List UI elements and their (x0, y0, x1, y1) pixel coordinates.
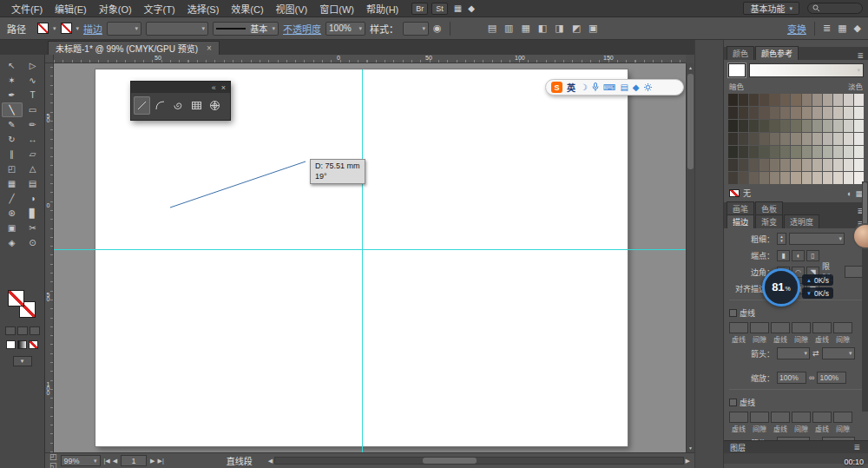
control-icon-a2[interactable]: ▦ (521, 23, 529, 34)
color-guide-swatch[interactable] (739, 146, 748, 158)
gradient-chip[interactable] (17, 340, 27, 349)
arrowhead-end-dropdown[interactable]: ▾ (822, 437, 855, 440)
workspace-switcher[interactable]: 基本功能 ▾ (743, 2, 799, 15)
color-guide-swatch[interactable] (791, 146, 800, 158)
draw-normal-button[interactable] (5, 326, 16, 335)
draw-behind-button[interactable] (17, 326, 28, 335)
color-guide-swatch[interactable] (854, 94, 864, 106)
color-guide-swatch[interactable] (728, 133, 738, 145)
miter-limit-field[interactable] (845, 266, 863, 278)
horizontal-scroll-thumb[interactable] (423, 458, 477, 464)
color-guide-swatch[interactable] (791, 120, 800, 132)
color-guide-swatch[interactable] (844, 172, 853, 184)
color-guide-swatch[interactable] (739, 107, 748, 119)
color-guide-swatch[interactable] (802, 94, 812, 106)
color-guide-swatch[interactable] (823, 94, 832, 106)
tool-magic-wand[interactable]: ✶ (2, 73, 23, 88)
ruler-origin-corner[interactable] (45, 55, 54, 63)
color-guide-swatch[interactable] (854, 159, 864, 171)
color-guide-swatch[interactable] (802, 107, 812, 119)
color-guide-swatch[interactable] (844, 107, 853, 119)
dash-input-1[interactable] (750, 412, 769, 423)
tearoff-titlebar[interactable]: « × (131, 82, 230, 93)
keyboard-icon[interactable]: ⌨ (603, 83, 615, 92)
screen-mode-button[interactable]: ▾ (13, 356, 32, 366)
collapse-icon[interactable]: « (212, 83, 216, 92)
dash-input-5[interactable] (833, 412, 852, 423)
color-guide-swatch[interactable] (833, 172, 843, 184)
color-guide-swatch[interactable] (780, 133, 790, 145)
tab-gradient[interactable]: 渐变 (755, 214, 783, 228)
tab-brushes[interactable]: 画笔 (727, 201, 754, 215)
color-guide-swatch[interactable] (791, 94, 800, 106)
color-guide-swatch[interactable] (802, 172, 812, 184)
scale-end-field[interactable]: 100% (817, 372, 846, 384)
color-guide-swatch[interactable] (844, 146, 853, 158)
moon-icon[interactable]: ☽ (580, 83, 588, 92)
skin-icon[interactable]: ◆ (633, 83, 640, 92)
color-guide-swatch[interactable] (780, 172, 790, 184)
color-guide-swatch[interactable] (739, 133, 748, 145)
stroke-weight-dropdown[interactable]: ▾ (107, 22, 141, 36)
fill-swatch[interactable] (37, 23, 49, 34)
color-guide-swatch[interactable] (844, 120, 853, 132)
control-icon-a3[interactable]: ◧ (538, 23, 547, 34)
dash-input-4[interactable] (812, 322, 832, 333)
dash-input-3[interactable] (792, 412, 811, 423)
menu-item-3[interactable]: 文字(T) (138, 0, 181, 17)
color-guide-swatch[interactable] (728, 159, 738, 171)
tab-swatches[interactable]: 色板 (755, 201, 783, 215)
dash-input-0[interactable] (729, 322, 748, 333)
color-guide-swatch[interactable] (823, 159, 832, 171)
color-guide-swatch[interactable] (791, 172, 800, 184)
color-guide-swatch[interactable] (812, 159, 822, 171)
swap-arrowheads-icon[interactable]: ⇄ (812, 438, 819, 440)
color-guide-swatch[interactable] (770, 107, 779, 119)
tool-slice[interactable]: ✂ (23, 221, 43, 235)
clipboard-icon[interactable]: ▤ (620, 83, 628, 92)
dashed-line-checkbox[interactable] (729, 309, 737, 317)
swap-arrowheads-icon[interactable]: ⇄ (812, 349, 819, 358)
color-guide-swatch[interactable] (823, 146, 832, 158)
color-guide-swatch[interactable] (728, 94, 738, 106)
weight-stepper[interactable]: ▴ ▾ (777, 233, 786, 245)
color-guide-swatch[interactable] (760, 133, 769, 145)
color-guide-swatch[interactable] (749, 133, 759, 145)
edit-colors-icon[interactable]: ◐ (847, 189, 852, 198)
color-guide-swatch[interactable] (823, 120, 832, 132)
color-guide-swatch[interactable] (760, 172, 769, 184)
tool-mesh[interactable]: ▦ (2, 176, 23, 191)
panel-menu-icon[interactable]: ≣ (857, 51, 865, 60)
menu-item-2[interactable]: 对象(O) (93, 0, 138, 17)
color-guide-swatch[interactable] (844, 133, 853, 145)
tool-lasso[interactable]: ∿ (23, 73, 43, 88)
color-guide-swatch[interactable] (728, 172, 738, 184)
status-icon-1[interactable]: ◱ (49, 461, 57, 468)
color-guide-swatch[interactable] (802, 159, 812, 171)
vertical-scrollbar[interactable]: ▲ ▼ (686, 63, 694, 452)
control-icon-a5[interactable]: ◩ (572, 23, 581, 34)
tab-color[interactable]: 颜色 (727, 46, 754, 60)
base-color-swatch[interactable] (728, 63, 746, 77)
menubar-button-br[interactable]: Br (411, 3, 428, 15)
document-tab[interactable]: 未标题-1* @ 99% (CMYK/GPU 预览) × (48, 41, 220, 55)
stroke-panel-link[interactable]: 描边 (83, 22, 102, 36)
color-guide-swatch[interactable] (780, 159, 790, 171)
color-guide-swatch[interactable] (749, 107, 759, 119)
tool-polar-grid[interactable] (207, 96, 223, 115)
color-guide-swatch[interactable] (770, 172, 779, 184)
stroke-swatch[interactable] (61, 23, 72, 34)
prev-artboard-icon[interactable]: ◀ (113, 458, 117, 465)
color-guide-swatch[interactable] (780, 120, 790, 132)
menu-item-4[interactable]: 选择(S) (181, 0, 226, 17)
vertical-scroll-thumb[interactable] (687, 74, 694, 169)
color-guide-swatch[interactable] (854, 107, 864, 119)
color-guide-swatch[interactable] (739, 159, 748, 171)
color-guide-swatch[interactable] (844, 159, 853, 171)
cap-button-2[interactable]: ▯ (806, 250, 819, 261)
dash-input-2[interactable] (771, 322, 790, 333)
scroll-right-icon[interactable]: ▶ (686, 458, 690, 465)
artboard-number-field[interactable]: 1 (121, 455, 147, 466)
last-artboard-icon[interactable]: ▶| (158, 458, 164, 465)
tab-color-guide[interactable]: 颜色参考 (755, 46, 799, 60)
